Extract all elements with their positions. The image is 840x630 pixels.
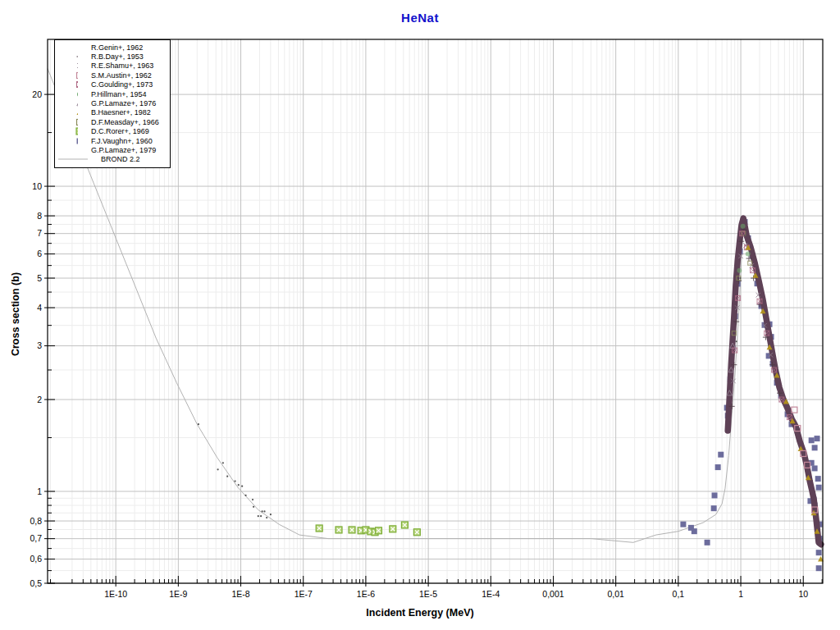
open-triangle-icon bbox=[65, 99, 78, 107]
plot-title: HeNat bbox=[0, 11, 840, 25]
x-tick-label: 10 bbox=[798, 589, 808, 599]
legend-item: D.F.Measday+, 1966 bbox=[55, 117, 170, 126]
y-tick-label: 6 bbox=[37, 249, 42, 258]
legend-item-label: P.Hillman+, 1954 bbox=[91, 90, 147, 98]
legend-item: R.B.Day+, 1953 bbox=[55, 52, 170, 61]
legend-item-label: BROND 2.2 bbox=[101, 155, 140, 163]
y-tick-label: 3 bbox=[37, 340, 42, 350]
legend-item: P.Hillman+, 1954 bbox=[55, 89, 170, 98]
y-tick-label: 8 bbox=[37, 211, 42, 221]
x-tick-label: 0,1 bbox=[673, 589, 685, 599]
y-tick-label: 1 bbox=[37, 486, 42, 496]
plus-icon bbox=[65, 52, 78, 61]
green-boxed-x-icon bbox=[65, 127, 78, 135]
x-tick-label: 1 bbox=[738, 589, 743, 599]
y-tick-label: 10 bbox=[32, 181, 42, 191]
series-d-c-rorer-1969 bbox=[316, 522, 420, 536]
x-tick-label: 1E-8 bbox=[231, 589, 249, 599]
y-tick-label: 7 bbox=[37, 228, 42, 238]
y-tick-label: 2 bbox=[37, 395, 42, 404]
y-axis-title: Cross section (b) bbox=[10, 272, 21, 356]
legend-item: C.Goulding+, 1973 bbox=[55, 80, 170, 89]
y-tick-label: 5 bbox=[37, 273, 42, 283]
plot-page: 1E-101E-91E-81E-71E-61E-51E-40,0010,010,… bbox=[0, 0, 840, 630]
legend-item-label: R.Genin+, 1962 bbox=[91, 43, 143, 52]
legend-item: D.C.Rorer+, 1969 bbox=[55, 127, 170, 136]
boxed-x-icon bbox=[65, 80, 78, 89]
y-tick-label: 0,5 bbox=[30, 578, 42, 588]
legend-item-label: B.Haesner+, 1982 bbox=[91, 108, 151, 116]
line-icon bbox=[58, 155, 88, 163]
legend-item-label: D.C.Rorer+, 1969 bbox=[91, 127, 149, 135]
open-square-icon bbox=[65, 118, 78, 126]
legend-item-label: G.P.Lamaze+, 1979 bbox=[91, 146, 156, 154]
dot-icon bbox=[65, 43, 78, 52]
x-axis-title: Incident Energy (MeV) bbox=[0, 607, 840, 619]
x-icon bbox=[65, 62, 78, 70]
filled-square-icon bbox=[65, 137, 78, 145]
filled-triangle-icon bbox=[65, 108, 78, 116]
legend-item: G.P.Lamaze+, 1979 bbox=[55, 145, 170, 154]
legend-item: BROND 2.2 bbox=[55, 155, 170, 164]
legend-item: R.E.Shamu+, 1963 bbox=[55, 62, 170, 71]
legend-item: R.Genin+, 1962 bbox=[55, 43, 170, 52]
x-tick-label: 0,001 bbox=[542, 589, 564, 599]
legend: R.Genin+, 1962R.B.Day+, 1953R.E.Shamu+, … bbox=[54, 39, 171, 168]
y-tick-label: 0,8 bbox=[30, 516, 42, 526]
filled-circle-icon bbox=[65, 90, 78, 98]
y-axis: 2010876543210,80,70,60,5 bbox=[30, 89, 55, 588]
legend-item-label: R.B.Day+, 1953 bbox=[91, 52, 144, 61]
x-tick-label: 1E-6 bbox=[357, 589, 375, 599]
legend-item: F.J.Vaughn+, 1960 bbox=[55, 136, 170, 145]
y-tick-label: 0,6 bbox=[30, 554, 42, 564]
x-tick-label: 1E-7 bbox=[294, 589, 313, 599]
open-square-icon bbox=[65, 71, 78, 80]
legend-item-label: C.Goulding+, 1973 bbox=[91, 80, 153, 89]
legend-item-label: F.J.Vaughn+, 1960 bbox=[91, 137, 153, 145]
y-tick-label: 4 bbox=[37, 303, 42, 313]
legend-item-label: S.M.Austin+, 1962 bbox=[91, 71, 152, 80]
legend-item: S.M.Austin+, 1962 bbox=[55, 71, 170, 80]
x-tick-label: 1E-4 bbox=[482, 589, 500, 599]
x-tick-label: 0,01 bbox=[607, 589, 624, 599]
x-tick-label: 1E-5 bbox=[419, 589, 437, 599]
y-tick-label: 20 bbox=[32, 89, 42, 99]
x-axis: 1E-101E-91E-81E-71E-61E-51E-40,0010,010,… bbox=[50, 576, 822, 599]
dot-icon bbox=[65, 146, 78, 154]
x-tick-label: 1E-9 bbox=[169, 589, 187, 599]
x-tick-label: 1E-10 bbox=[104, 589, 127, 599]
legend-item-label: R.E.Shamu+, 1963 bbox=[91, 62, 153, 70]
legend-item-label: D.F.Measday+, 1966 bbox=[91, 118, 159, 126]
y-tick-label: 0,7 bbox=[30, 533, 42, 543]
legend-item: G.P.Lamaze+, 1976 bbox=[55, 98, 170, 107]
legend-item-label: G.P.Lamaze+, 1976 bbox=[91, 99, 156, 107]
legend-item: B.Haesner+, 1982 bbox=[55, 108, 170, 117]
